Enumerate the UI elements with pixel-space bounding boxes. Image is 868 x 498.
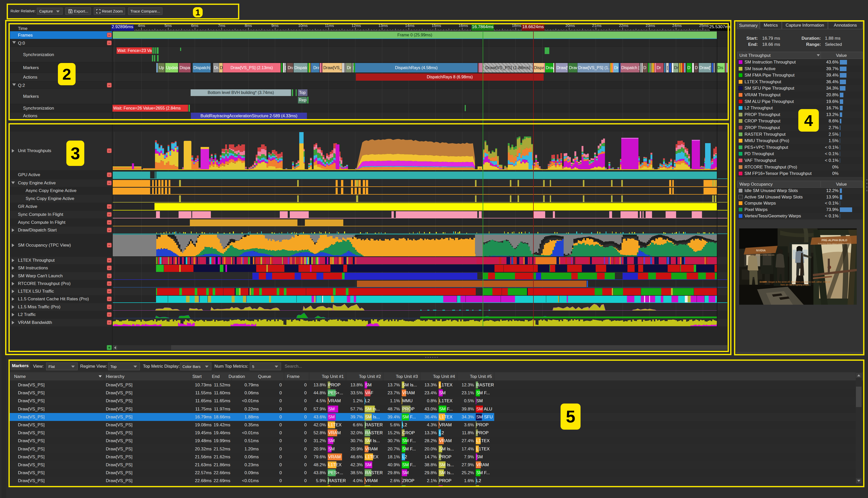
svg-text:NVIDIA: NVIDIA bbox=[756, 249, 765, 252]
svg-text:DAMIR: Stegan is the worst off: DAMIR: Stegan is the worst off, the othe… bbox=[760, 280, 830, 283]
svg-text:here are still in fighting sha: here are still in fighting shape. bbox=[781, 284, 809, 286]
svg-text:PRE-ALPHA BUILD: PRE-ALPHA BUILD bbox=[821, 239, 847, 242]
svg-text:Build 5111 [SVN=48007] [GfxRev: Build 5111 [SVN=48007] [GfxRev=43873] bbox=[818, 243, 851, 245]
svg-text:nvglobalgsstream.provider.stac: nvglobalgsstream.provider.staccato bbox=[746, 254, 775, 256]
